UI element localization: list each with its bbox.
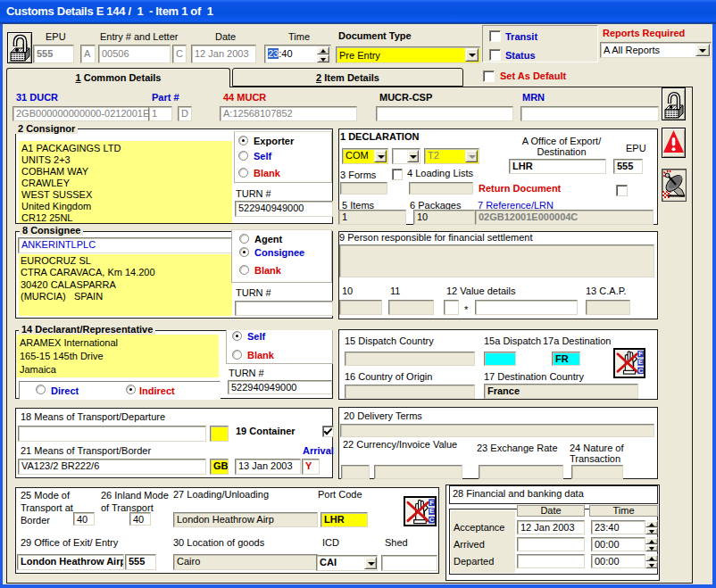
svg-text:F: F bbox=[429, 499, 434, 507]
svg-text:E: E bbox=[429, 507, 434, 515]
svg-text:C: C bbox=[429, 516, 435, 524]
svg-text:F: F bbox=[638, 350, 643, 358]
svg-text:E: E bbox=[638, 358, 643, 366]
svg-text:C: C bbox=[638, 367, 644, 375]
